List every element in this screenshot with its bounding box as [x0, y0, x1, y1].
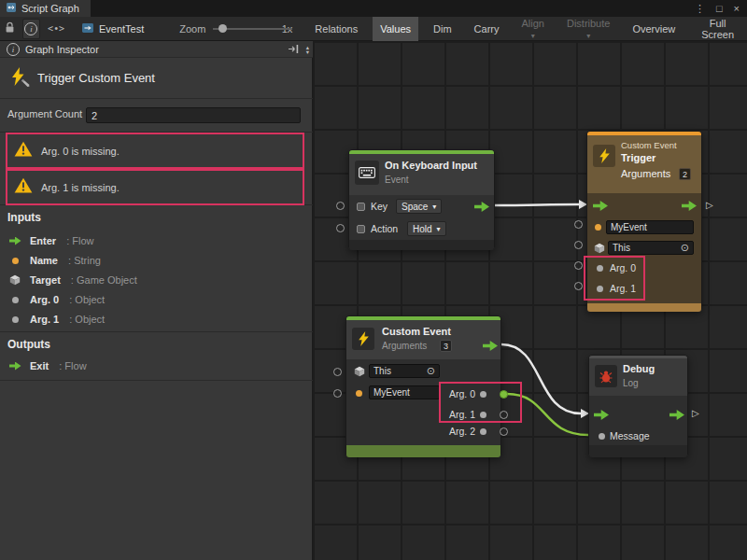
- node-on-keyboard-input[interactable]: On Keyboard Input Event Key Space ▾ Acti…: [348, 149, 495, 250]
- cube-icon: [7, 274, 22, 286]
- io-row-arg1: Arg. 1 : Object: [7, 312, 105, 327]
- input-port[interactable]: [336, 202, 345, 210]
- overview-button[interactable]: Overview: [625, 17, 683, 41]
- node-title: On Keyboard Input: [385, 160, 477, 171]
- input-port[interactable]: [574, 261, 583, 270]
- wire-args-to-debug[interactable]: [501, 344, 581, 413]
- values-button[interactable]: Values: [373, 17, 418, 41]
- input-port[interactable]: [333, 389, 342, 398]
- node-header: Custom Event Arguments 3: [346, 320, 500, 359]
- flow-out-port[interactable]: [682, 201, 697, 211]
- collapse-arrows-icon[interactable]: ▴▾: [306, 45, 309, 54]
- graph-asset[interactable]: EventTest: [81, 22, 144, 35]
- carry-button[interactable]: Carry: [467, 17, 507, 41]
- inputs-header: Inputs: [7, 211, 41, 224]
- lock-icon[interactable]: [5, 21, 15, 35]
- action-dropdown[interactable]: Hold ▾: [407, 221, 446, 236]
- object-picker-icon[interactable]: ⊙: [681, 243, 689, 253]
- port-label-action: Action: [371, 223, 398, 234]
- graph-canvas[interactable]: On Keyboard Input Event Key Space ▾ Acti…: [313, 41, 747, 560]
- io-type: : Flow: [56, 360, 86, 371]
- node-footer: [346, 445, 500, 457]
- bug-icon: [595, 365, 617, 387]
- keycap-icon: [357, 203, 365, 211]
- zoom-slider-thumb[interactable]: [218, 24, 227, 33]
- align-button[interactable]: Align ▾: [514, 17, 551, 41]
- node-custom-event[interactable]: Custom Event Arguments 3 This ⊙ MyEvent …: [345, 315, 501, 457]
- io-row-name: Name : String: [7, 253, 101, 268]
- flow-in-port[interactable]: [594, 410, 609, 420]
- input-port[interactable]: [574, 241, 583, 249]
- flow-out-port[interactable]: [669, 410, 684, 420]
- object-dot-icon: [7, 297, 22, 303]
- warning-text: Arg. 0 is missing.: [41, 146, 120, 157]
- distribute-button[interactable]: Distribute ▾: [559, 17, 617, 41]
- node-trigger-custom-event[interactable]: Custom Event Trigger Arguments 2 MyEvent…: [586, 131, 702, 312]
- argument-count-field[interactable]: 2: [86, 107, 301, 123]
- target-field[interactable]: This ⊙: [608, 241, 694, 255]
- arg2-label: Arg. 2: [444, 426, 475, 437]
- chevron-down-icon: ▾: [432, 203, 436, 211]
- string-dot-icon: [356, 390, 362, 397]
- align-label: Align: [521, 18, 543, 29]
- relations-button[interactable]: Relations: [307, 17, 365, 41]
- warning-text: Arg. 1 is missing.: [41, 182, 120, 193]
- dim-button[interactable]: Dim: [426, 17, 459, 41]
- node-subtitle: Event: [385, 175, 409, 185]
- kebab-menu-icon[interactable]: ⋮: [695, 3, 705, 15]
- node-kind: Custom Event: [621, 140, 677, 150]
- fullscreen-button[interactable]: Full Screen: [690, 17, 745, 41]
- maximize-icon[interactable]: □: [716, 3, 723, 14]
- node-header: Custom Event Trigger Arguments 2: [587, 135, 701, 193]
- object-picker-icon[interactable]: ⊙: [427, 366, 435, 376]
- arg0-label: Arg. 0: [610, 262, 636, 273]
- node-header: On Keyboard Input Event: [349, 154, 494, 195]
- object-dot-icon: [7, 316, 22, 323]
- arg0-output-port[interactable]: [500, 390, 508, 399]
- window-titlebar: Script Graph ⋮ □ ×: [0, 0, 747, 17]
- tab-script-graph[interactable]: Script Graph: [0, 0, 91, 17]
- io-row-arg0: Arg. 0 : Object: [7, 292, 105, 307]
- target-field[interactable]: This ⊙: [369, 364, 440, 378]
- io-type: : Object: [66, 314, 105, 325]
- zoom-slider[interactable]: [213, 22, 274, 35]
- flow-out-port[interactable]: [474, 202, 489, 212]
- node-debug-log[interactable]: Debug Log Message: [588, 355, 688, 457]
- info-button[interactable]: i: [22, 19, 40, 39]
- carry-triangle-icon: ▷: [706, 200, 713, 210]
- event-name-field[interactable]: MyEvent: [606, 220, 694, 234]
- input-port[interactable]: [574, 220, 583, 229]
- zoom-label: Zoom: [179, 23, 205, 35]
- argument-count-badge: 3: [440, 340, 452, 352]
- event-name-value: MyEvent: [611, 222, 647, 232]
- node-footer: [349, 240, 494, 250]
- cube-icon: [594, 243, 605, 256]
- wire-arg0-to-message[interactable]: [507, 394, 588, 435]
- key-dropdown[interactable]: Space ▾: [396, 199, 442, 214]
- inspector-unit-title: Trigger Custom Event: [37, 71, 155, 85]
- node-title: Custom Event: [382, 326, 451, 337]
- event-name-field[interactable]: MyEvent: [369, 385, 440, 399]
- code-icon[interactable]: <∙>: [48, 23, 64, 34]
- unity-script-graph-window: Script Graph ⋮ □ × i <∙> EventTest Zoom …: [0, 0, 747, 560]
- lightning-icon: [593, 145, 615, 167]
- input-port[interactable]: [333, 368, 342, 376]
- input-port[interactable]: [574, 282, 583, 290]
- flow-in-port[interactable]: [593, 201, 608, 211]
- argument-count-badge: 2: [679, 168, 691, 180]
- arg1-output-port[interactable]: [500, 411, 508, 419]
- io-name: Enter: [30, 235, 56, 246]
- node-subtitle: Log: [623, 378, 639, 388]
- graph-asset-name: EventTest: [99, 23, 144, 35]
- node-body: MyEvent This ⊙ Arg. 0 Arg. 1: [587, 193, 701, 303]
- io-type: : Flow: [63, 235, 93, 246]
- input-port[interactable]: [336, 224, 345, 232]
- wire-keyboard-to-trigger[interactable]: [493, 204, 579, 205]
- dock-panel-icon[interactable]: [288, 41, 300, 58]
- close-icon[interactable]: ×: [734, 3, 740, 14]
- flow-arrow-icon: [7, 237, 22, 245]
- info-icon: i: [7, 43, 20, 56]
- node-body: Key Space ▾ Action Hold ▾: [349, 195, 494, 240]
- arg2-output-port[interactable]: [500, 427, 508, 436]
- io-row-target: Target : Game Object: [7, 273, 137, 287]
